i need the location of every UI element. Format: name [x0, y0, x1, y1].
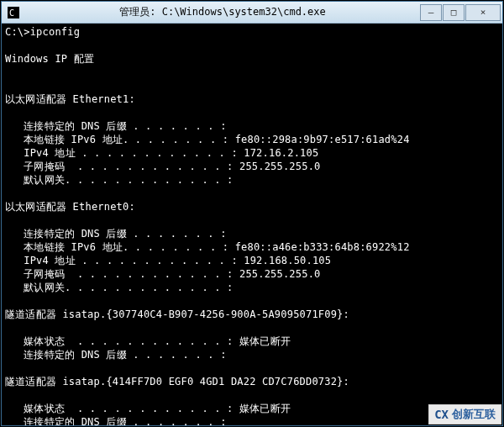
terminal-output[interactable]: C:\>ipconfig Windows IP 配置 以太网适配器 Ethern… — [2, 24, 502, 425]
minimize-button[interactable]: — — [420, 4, 442, 21]
close-button[interactable]: × — [465, 4, 501, 21]
window-title: 管理员: C:\Windows\system32\cmd.exe — [25, 5, 420, 19]
svg-text:C: C — [9, 8, 14, 18]
watermark-logo: CX — [434, 408, 449, 421]
titlebar[interactable]: C 管理员: C:\Windows\system32\cmd.exe — □ × — [2, 2, 502, 24]
window-buttons: — □ × — [420, 4, 501, 21]
watermark-text: 创新互联 — [452, 407, 496, 422]
maximize-button[interactable]: □ — [443, 4, 465, 21]
cmd-icon: C — [7, 6, 20, 19]
cmd-window: C 管理员: C:\Windows\system32\cmd.exe — □ ×… — [1, 1, 503, 426]
watermark: CX 创新互联 — [428, 404, 501, 424]
